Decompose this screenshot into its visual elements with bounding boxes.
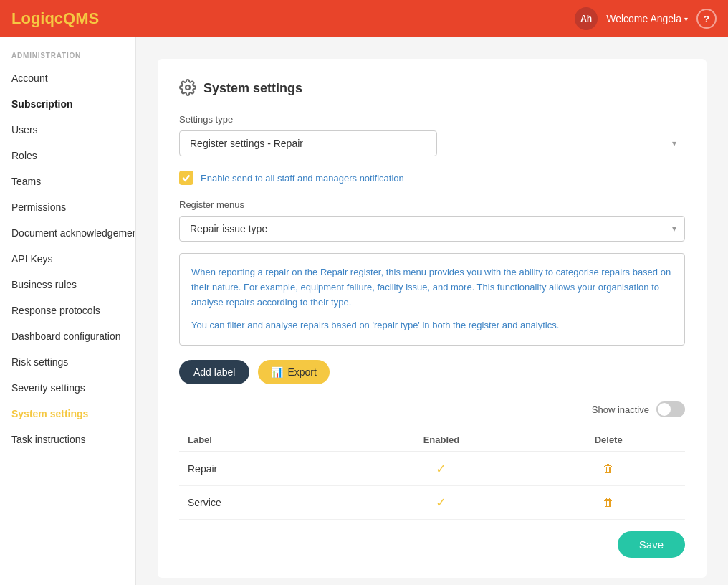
sidebar: ADMINISTRATION AccountSubscriptionUsersR…	[0, 37, 136, 585]
description-text-1: When reporting a repair on the Repair re…	[191, 265, 673, 310]
add-label-button[interactable]: Add label	[179, 360, 249, 384]
welcome-user[interactable]: Welcome Angela ▾	[606, 13, 688, 24]
sidebar-item-dashboard-configuration[interactable]: Dashboard configuration	[0, 323, 135, 349]
row-enabled: ✓	[351, 486, 532, 520]
gear-icon	[179, 79, 196, 98]
col-label: Label	[179, 429, 351, 452]
header-right: Ah Welcome Angela ▾ ?	[575, 7, 717, 30]
register-menus-select[interactable]: Repair issue type	[179, 216, 685, 242]
show-inactive-row: Show inactive	[179, 401, 685, 417]
row-delete[interactable]: 🗑	[532, 486, 685, 520]
svg-point-0	[186, 85, 190, 90]
logo-accent: QMS	[63, 9, 99, 27]
save-row: Save	[179, 531, 685, 558]
sidebar-item-response-protocols[interactable]: Response protocols	[0, 298, 135, 323]
logo-text: Logiqc	[11, 9, 63, 27]
row-label: Repair	[179, 452, 351, 486]
page-title-row: System settings	[179, 79, 685, 98]
table-header-row: Label Enabled Delete	[179, 429, 685, 452]
description-text-2: You can filter and analyse repairs based…	[191, 318, 673, 333]
top-header: LogiqcQMS Ah Welcome Angela ▾ ?	[0, 0, 728, 37]
description-box: When reporting a repair on the Repair re…	[179, 253, 685, 346]
avatar: Ah	[575, 7, 598, 30]
check-icon: ✓	[436, 495, 446, 510]
main-content: System settings Settings type Register s…	[136, 37, 728, 585]
row-label: Service	[179, 486, 351, 520]
sidebar-item-task-instructions[interactable]: Task instructions	[0, 427, 135, 452]
trash-icon[interactable]: 🗑	[603, 496, 614, 508]
table-row: Service✓🗑	[179, 486, 685, 520]
check-icon: ✓	[436, 462, 446, 476]
notification-checkbox-row: Enable send to all staff and managers no…	[179, 171, 685, 185]
content-card: System settings Settings type Register s…	[158, 59, 707, 578]
trash-icon[interactable]: 🗑	[603, 462, 614, 475]
sidebar-item-api-keys[interactable]: API Keys	[0, 246, 135, 272]
sidebar-item-account[interactable]: Account	[0, 65, 135, 91]
chevron-down-icon: ▾	[684, 15, 688, 23]
settings-type-wrapper: Register settings - RepairRegister setti…	[179, 130, 685, 156]
export-button[interactable]: 📊 Export	[258, 360, 329, 384]
settings-type-select[interactable]: Register settings - RepairRegister setti…	[179, 130, 437, 156]
action-row: Add label 📊 Export	[179, 360, 685, 384]
settings-type-label: Settings type	[179, 114, 685, 125]
help-icon[interactable]: ?	[696, 9, 717, 29]
sidebar-item-system-settings[interactable]: System settings	[0, 401, 135, 427]
show-inactive-label: Show inactive	[592, 404, 649, 415]
notification-label: Enable send to all staff and managers no…	[201, 173, 404, 184]
labels-table: Label Enabled Delete Repair✓🗑Service✓🗑	[179, 429, 685, 520]
chevron-down-icon: ▾	[672, 138, 676, 148]
sidebar-item-severity-settings[interactable]: Severity settings	[0, 375, 135, 401]
register-menus-wrapper: Repair issue type ▾	[179, 216, 685, 242]
sidebar-item-permissions[interactable]: Permissions	[0, 194, 135, 220]
logo: LogiqcQMS	[11, 9, 99, 28]
row-delete[interactable]: 🗑	[532, 452, 685, 486]
excel-icon: 📊	[271, 366, 283, 378]
notification-checkbox[interactable]	[179, 171, 193, 185]
show-inactive-toggle[interactable]	[656, 401, 685, 417]
col-enabled: Enabled	[351, 429, 532, 452]
toggle-knob	[658, 403, 671, 416]
col-delete: Delete	[532, 429, 685, 452]
table-row: Repair✓🗑	[179, 452, 685, 486]
sidebar-item-business-rules[interactable]: Business rules	[0, 272, 135, 298]
save-button[interactable]: Save	[618, 531, 685, 558]
page-title: System settings	[203, 81, 302, 96]
sidebar-item-risk-settings[interactable]: Risk settings	[0, 349, 135, 375]
sidebar-item-teams[interactable]: Teams	[0, 168, 135, 194]
row-enabled: ✓	[351, 452, 532, 486]
sidebar-item-document-acknowledgement[interactable]: Document acknowledgement	[0, 220, 135, 246]
sidebar-item-roles[interactable]: Roles	[0, 143, 135, 168]
register-menus-label: Register menus	[179, 199, 685, 210]
sidebar-section-label: ADMINISTRATION	[0, 52, 135, 65]
layout: ADMINISTRATION AccountSubscriptionUsersR…	[0, 37, 728, 585]
sidebar-item-users[interactable]: Users	[0, 117, 135, 143]
sidebar-item-subscription[interactable]: Subscription	[0, 91, 135, 117]
